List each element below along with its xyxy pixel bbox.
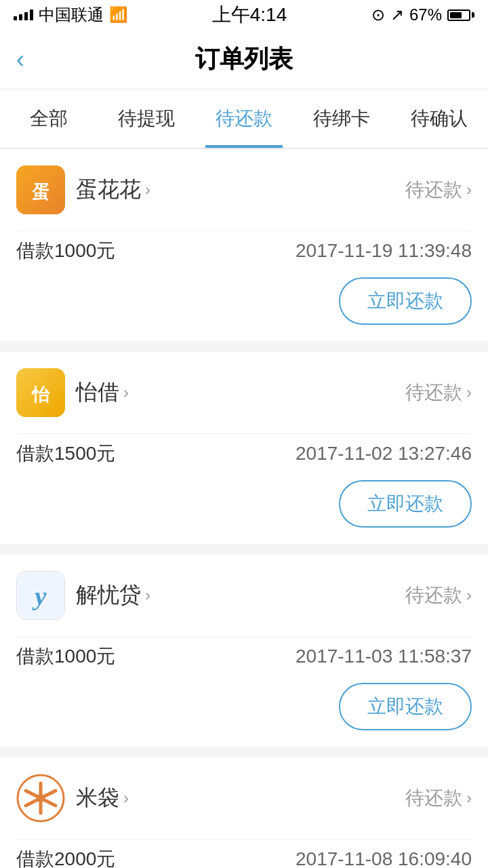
location-icon: ⊙ — [371, 5, 385, 24]
order-logo: 怡 — [16, 368, 65, 417]
wifi-icon: 📶 — [109, 6, 127, 24]
carrier-label: 中国联通 — [39, 4, 104, 26]
chevron-right-icon: › — [145, 180, 150, 199]
order-status[interactable]: 待还款 › — [405, 785, 472, 811]
order-status[interactable]: 待还款 › — [405, 177, 472, 203]
chevron-right-icon: › — [123, 789, 129, 808]
status-chevron-icon: › — [466, 180, 472, 199]
status-chevron-icon: › — [466, 383, 472, 402]
order-header: 米袋 › 待还款 › — [16, 757, 472, 836]
order-amount: 借款1500元 — [16, 441, 115, 467]
pay-button[interactable]: 立即还款 — [339, 683, 472, 730]
order-logo: y — [16, 571, 65, 620]
order-info: 借款1000元 2017-11-19 11:39:48 — [16, 231, 472, 277]
battery-icon — [447, 9, 474, 21]
chevron-right-icon: › — [145, 586, 150, 605]
tab-all[interactable]: 全部 — [0, 90, 98, 148]
order-header: y 解忧贷 › 待还款 › — [16, 555, 472, 633]
chevron-right-icon: › — [123, 383, 129, 402]
status-chevron-icon: › — [466, 586, 472, 605]
order-info: 借款2000元 2017-11-08 16:09:40 — [16, 840, 472, 868]
order-logo: 蛋 — [16, 165, 65, 214]
order-name[interactable]: 解忧贷 › — [76, 580, 150, 610]
order-list: 蛋 蛋花花 › 待还款 › 借款1000元 2017-11-19 11:39:4… — [0, 149, 488, 868]
order-header: 蛋 蛋花花 › 待还款 › — [16, 149, 472, 228]
order-logo — [16, 774, 65, 823]
back-button[interactable]: ‹ — [16, 45, 24, 74]
order-amount: 借款1000元 — [16, 238, 115, 264]
pay-button[interactable]: 立即还款 — [339, 277, 472, 325]
status-bar: 中国联通 📶 上午4:14 ⊙ ↗ 67% — [0, 0, 488, 30]
order-card: y 解忧贷 › 待还款 › 借款1000元 2017-11-03 11:58:3… — [0, 555, 488, 747]
pay-button[interactable]: 立即还款 — [339, 480, 472, 528]
order-name[interactable]: 怡借 › — [76, 378, 129, 408]
order-card: 蛋 蛋花花 › 待还款 › 借款1000元 2017-11-19 11:39:4… — [0, 149, 488, 341]
order-date: 2017-11-19 11:39:48 — [296, 240, 472, 262]
svg-point-10 — [37, 794, 45, 802]
order-header: 怡 怡借 › 待还款 › — [16, 352, 472, 431]
order-card: 米袋 › 待还款 › 借款2000元 2017-11-08 16:09:40 立… — [0, 757, 488, 868]
order-date: 2017-11-03 11:58:37 — [296, 646, 472, 667]
svg-text:怡: 怡 — [31, 384, 50, 405]
header: ‹ 订单列表 — [0, 30, 488, 90]
status-chevron-icon: › — [466, 789, 472, 808]
order-name[interactable]: 米袋 › — [76, 783, 129, 813]
tab-pending-withdraw[interactable]: 待提现 — [98, 90, 195, 148]
order-info: 借款1500元 2017-11-02 13:27:46 — [16, 434, 472, 480]
svg-text:蛋: 蛋 — [32, 182, 49, 202]
time-label: 上午4:14 — [212, 2, 287, 28]
order-info: 借款1000元 2017-11-03 11:58:37 — [16, 637, 472, 683]
tab-bar: 全部 待提现 待还款 待绑卡 待确认 — [0, 90, 488, 149]
signal-icon — [14, 9, 33, 20]
order-status[interactable]: 待还款 › — [405, 380, 472, 406]
arrow-icon: ↗ — [390, 5, 404, 24]
order-amount: 借款2000元 — [16, 846, 115, 868]
order-amount: 借款1000元 — [16, 644, 115, 669]
order-status[interactable]: 待还款 › — [405, 583, 472, 608]
order-name[interactable]: 蛋花花 › — [76, 175, 150, 205]
tab-pending-confirm[interactable]: 待确认 — [390, 90, 488, 148]
tab-pending-repay[interactable]: 待还款 — [195, 90, 293, 148]
order-date: 2017-11-02 13:27:46 — [296, 443, 472, 465]
svg-text:y: y — [32, 581, 47, 610]
battery-percent: 67% — [409, 5, 442, 24]
page-title: 订单列表 — [195, 43, 293, 76]
order-card: 怡 怡借 › 待还款 › 借款1500元 2017-11-02 13:27:46… — [0, 352, 488, 544]
tab-pending-bind[interactable]: 待绑卡 — [293, 90, 390, 148]
order-date: 2017-11-08 16:09:40 — [296, 848, 472, 868]
